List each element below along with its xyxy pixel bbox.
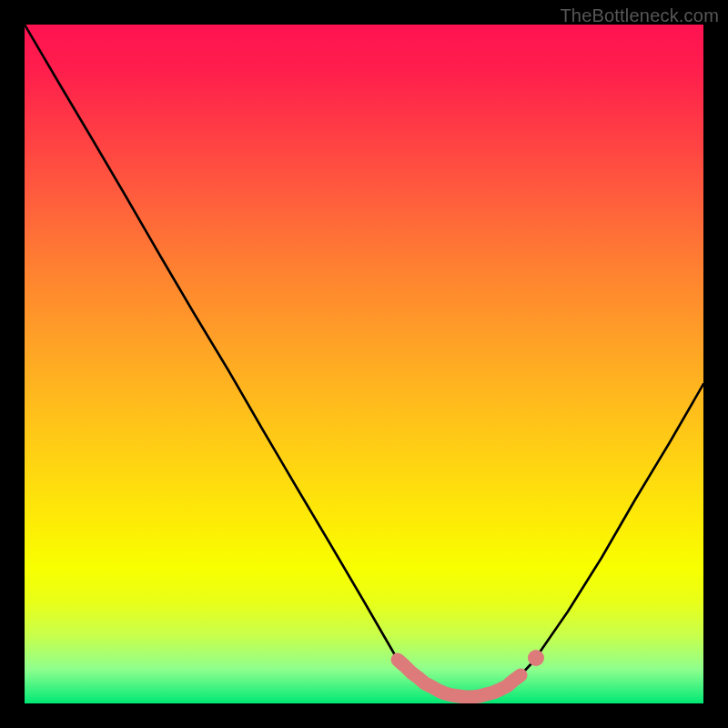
credit-text: TheBottleneck.com [560, 5, 719, 26]
chart-frame: TheBottleneck.com [0, 0, 728, 728]
plot-svg [25, 25, 703, 703]
plot-area [25, 25, 703, 703]
highlight-band [398, 660, 521, 697]
highlight-dot [528, 650, 544, 666]
bottleneck-curve [25, 25, 703, 697]
